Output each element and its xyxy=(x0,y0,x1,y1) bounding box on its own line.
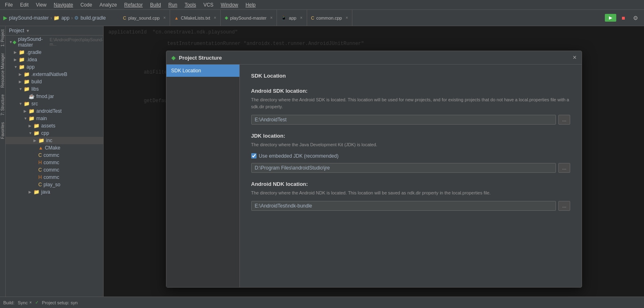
tree-idea[interactable]: ▶ 📁 .idea xyxy=(6,56,103,63)
vtab-favorites[interactable]: Favorites xyxy=(0,119,6,142)
tree-build[interactable]: ▶ 📁 build xyxy=(6,78,103,85)
tree-cmake-file[interactable]: ▲ CMake xyxy=(6,144,103,152)
project-dropdown-icon[interactable]: ▼ xyxy=(26,29,30,33)
menu-vcs[interactable]: VCS xyxy=(200,1,217,9)
stop-button[interactable]: ⏹ xyxy=(619,14,628,22)
modal-icon: ◆ xyxy=(171,54,176,61)
project-sidebar: Project ▼ ▼ ◆ playSound-master E:\Androi… xyxy=(6,26,104,297)
tree-commc1[interactable]: C commc xyxy=(6,152,103,159)
tree-android-test[interactable]: ▶ 📁 androidTest xyxy=(6,107,103,115)
menu-run[interactable]: Run xyxy=(165,1,181,9)
run-button[interactable]: ▶ xyxy=(605,14,616,22)
tree-play-so[interactable]: C play_so xyxy=(6,181,103,188)
android-sdk-title: Android SDK location: xyxy=(251,88,570,94)
vtab-project[interactable]: 1: Project xyxy=(0,26,6,50)
tree-commc3[interactable]: C commc xyxy=(6,166,103,174)
cpp-file-icon-3: C xyxy=(38,167,42,173)
folder-icon-app: 📁 xyxy=(53,15,60,21)
tree-commc2[interactable]: H commc xyxy=(6,159,103,166)
bottom-bar: Build: Sync × ✓ Project setup: syn xyxy=(0,297,644,308)
modal-header: ◆ Project Structure × xyxy=(166,51,582,65)
menu-refactor[interactable]: Refactor xyxy=(121,1,146,9)
menu-edit[interactable]: Edit xyxy=(17,1,32,9)
tree-java[interactable]: ▶ 📁 java xyxy=(6,188,103,196)
sync-close-icon[interactable]: × xyxy=(29,300,32,305)
tab-playsound-master[interactable]: ◆ playSound-master × xyxy=(221,10,277,26)
editor-content: applicationId "cn.onestravel.ndk.playsou… xyxy=(104,26,644,297)
tab-close-4[interactable]: × xyxy=(345,16,348,20)
modal-title: Project Structure xyxy=(179,55,570,61)
menu-tools[interactable]: Tools xyxy=(181,1,199,9)
tab-close-3[interactable]: × xyxy=(300,16,303,20)
tree-cpp[interactable]: ▼ 📁 cpp xyxy=(6,129,103,137)
tree-androidtest-label: androidTest xyxy=(36,108,62,114)
android-sdk-input[interactable] xyxy=(251,115,556,125)
tree-commc4[interactable]: H commc xyxy=(6,174,103,181)
breadcrumb: ▶ playSound-master › 📁 app › ⚙ build.gra… xyxy=(3,15,106,21)
menu-window[interactable]: Window xyxy=(217,1,241,9)
tab-app[interactable]: 📱 app × xyxy=(277,10,307,26)
menu-view[interactable]: View xyxy=(33,1,50,9)
tree-cpp-label: cpp xyxy=(41,130,49,136)
tab-strip: C play_sound.cpp × ▲ CMakeLists.txt × ◆ … xyxy=(119,10,602,26)
cpp-icon-1: C xyxy=(123,16,126,20)
modal-sidebar: SDK Location xyxy=(166,65,240,287)
sdk-location-tab[interactable]: SDK Location xyxy=(166,65,239,77)
tab-close-1[interactable]: × xyxy=(214,16,216,20)
tree-main[interactable]: ▼ 📁 main xyxy=(6,115,103,122)
breadcrumb-folder[interactable]: app xyxy=(61,15,69,21)
tab-close-0[interactable]: × xyxy=(163,16,166,20)
tab-cmake[interactable]: ▲ CMakeLists.txt × xyxy=(170,10,221,26)
breadcrumb-file[interactable]: build.gradle xyxy=(80,15,106,21)
ndk-browse-button[interactable]: ... xyxy=(558,201,570,211)
sync-tab[interactable]: Sync × xyxy=(18,300,32,305)
folder-assets-icon: 📁 xyxy=(33,123,40,129)
menu-help[interactable]: Help xyxy=(242,1,259,9)
project-setup-text: Project setup: syn xyxy=(42,300,77,305)
tree-libs[interactable]: ▼ 📁 libs xyxy=(6,85,103,93)
cmake-file-icon: ▲ xyxy=(38,145,43,151)
modal-body: SDK Location SDK Location Android SDK lo… xyxy=(166,65,582,287)
tree-assets[interactable]: ▶ 📁 assets xyxy=(6,122,103,129)
tree-commc3-label: commc xyxy=(44,167,60,173)
use-embedded-jdk-checkbox[interactable] xyxy=(251,153,257,158)
modal-close-button[interactable]: × xyxy=(573,54,576,61)
breadcrumb-project[interactable]: playSound-master xyxy=(9,15,49,21)
jdk-input[interactable] xyxy=(251,163,556,173)
jar-icon: ☕ xyxy=(29,94,35,99)
menu-navigate[interactable]: Navigate xyxy=(51,1,76,9)
vtab-resource-manager[interactable]: Resource Manager xyxy=(0,50,6,91)
ndk-desc: The directory where the Android NDK is l… xyxy=(251,190,570,196)
tree-app[interactable]: ▼ 📁 app xyxy=(6,63,103,71)
tree-inc[interactable]: ▶ 📁 inc xyxy=(6,137,103,144)
jdk-input-row: ... xyxy=(251,163,570,173)
menu-analyze[interactable]: Analyze xyxy=(96,1,120,9)
tab-play-sound-cpp[interactable]: C play_sound.cpp × xyxy=(119,10,170,26)
tab-close-2[interactable]: × xyxy=(270,16,272,20)
cmake-icon: ▲ xyxy=(174,16,179,20)
folder-java-icon: 📁 xyxy=(33,189,40,195)
vtab-structure[interactable]: 7: Structure xyxy=(0,91,6,119)
tree-gradle[interactable]: ▶ 📁 .gradle xyxy=(6,49,103,56)
tree-fmod[interactable]: ☕ fmod.jar xyxy=(6,93,103,100)
gradle-icon: ⚙ xyxy=(74,15,79,21)
tree-external-native[interactable]: ▶ 📁 .externalNativeB xyxy=(6,71,103,78)
tab-common-cpp[interactable]: C common.cpp × xyxy=(307,10,353,26)
android-sdk-browse-button[interactable]: ... xyxy=(558,115,570,125)
modal-overlay: ◆ Project Structure × SDK Location SDK L… xyxy=(104,26,644,297)
tree-external-label: .externalNativeB xyxy=(31,71,67,77)
settings-icon[interactable]: ⚙ xyxy=(631,13,641,22)
tree-idea-label: .idea xyxy=(27,57,37,62)
ndk-input[interactable] xyxy=(251,201,556,211)
tree-commc4-label: commc xyxy=(44,174,60,180)
checkmark-icon: ✓ xyxy=(35,300,39,305)
menu-code[interactable]: Code xyxy=(77,1,95,9)
menu-build[interactable]: Build xyxy=(147,1,164,9)
menu-file[interactable]: File xyxy=(2,1,16,9)
project-tab-icon: ◆ xyxy=(225,15,228,20)
tree-src[interactable]: ▼ 📁 src xyxy=(6,100,103,107)
project-icon: ▶ xyxy=(3,15,7,21)
cpp-file-icon-play: C xyxy=(38,182,42,187)
tree-root[interactable]: ▼ ◆ playSound-master E:\AndroidProject\p… xyxy=(6,36,103,49)
jdk-browse-button[interactable]: ... xyxy=(558,163,570,173)
